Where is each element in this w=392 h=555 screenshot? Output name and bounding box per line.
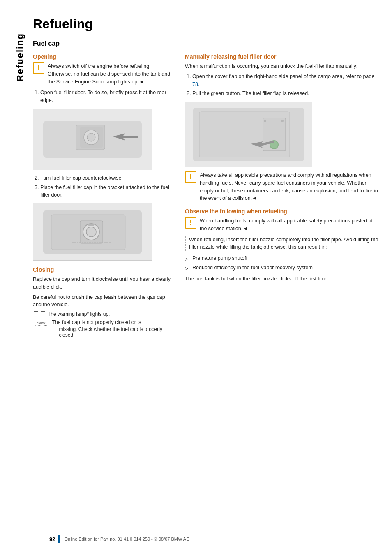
fuel-bracket-image	[33, 203, 152, 261]
warning-lamp-row: The warning lamp* lights up.	[33, 311, 173, 317]
bullet-item-2: Reduced efficiency in the fuel-vapor rec…	[185, 264, 380, 272]
manually-para: When a malfunction is occurring, you can…	[185, 62, 380, 70]
footer-text: Online Edition for Part no. 01 41 0 014 …	[64, 536, 189, 541]
closing-para-1: Replace the cap and turn it clockwise un…	[33, 275, 173, 291]
svg-point-19	[281, 120, 284, 122]
page-container: Refueling Refueling Fuel cap Opening ! A…	[0, 0, 392, 555]
warning-icon-1: !	[33, 62, 44, 74]
col-right: Manually releasing fuel filler door When…	[185, 53, 380, 340]
step-1: Open fuel filler door. To do so, briefly…	[40, 89, 173, 104]
page-number: 92	[49, 536, 55, 542]
warning-lamp-text: The warning lamp* lights up.	[48, 311, 110, 317]
warning-icon-2: !	[185, 171, 196, 183]
footer-bar	[58, 535, 60, 543]
manually-steps: Open the cover flap on the right-hand si…	[185, 73, 380, 97]
bullet-list: Premature pump shutoff Reduced efficienc…	[185, 254, 380, 272]
bullet-item-1: Premature pump shutoff	[185, 254, 380, 262]
opening-steps-2-3: Turn fuel filler cap counterclockwise. P…	[33, 174, 173, 199]
observe-heading: Observe the following when refueling	[185, 208, 380, 215]
gas-cap-text-1: The fuel cap is not properly closed or i…	[52, 319, 173, 326]
manually-step-1: Open the cover flap on the right-hand si…	[192, 73, 380, 88]
step-3: Place the fuel filler cap in the bracket…	[40, 184, 173, 199]
closing-para-2: Be careful not to crush the cap leash be…	[33, 294, 173, 309]
gas-cap-lamp-icon: CHECK GAS CAP	[33, 319, 49, 330]
opening-steps: Open fuel filler door. To do so, briefly…	[33, 89, 173, 104]
dash-3	[53, 332, 56, 332]
fuel-cap-section-title: Fuel cap	[33, 40, 380, 49]
svg-point-18	[264, 120, 266, 122]
manually-heading: Manually releasing fuel filler door	[185, 53, 380, 60]
page-title: Refueling	[33, 16, 380, 32]
warning-text-1: Always switch off the engine before refu…	[48, 62, 173, 86]
gas-cap-text-2: missing. Check whether the fuel cap is p…	[59, 326, 173, 338]
warning-text-3: When handling fuels, comply with all app…	[200, 217, 380, 233]
main-content: Refueling Fuel cap Opening ! Always swit…	[25, 0, 392, 555]
warning-block-3: ! When handling fuels, comply with all a…	[185, 217, 380, 233]
svg-point-10	[86, 227, 96, 237]
filler-door-image	[185, 102, 312, 167]
step-2: Turn fuel filler cap counterclockwise.	[40, 174, 173, 182]
two-col-layout: Opening ! Always switch off the engine b…	[33, 53, 380, 340]
warning-block-1: ! Always switch off the engine before re…	[33, 62, 173, 86]
observe-para: When refueling, insert the filler nozzle…	[189, 236, 380, 252]
dash-1	[34, 311, 38, 312]
gas-cap-text-2-row: missing. Check whether the fuel cap is p…	[52, 326, 173, 338]
col-left: Opening ! Always switch off the engine b…	[33, 53, 173, 340]
sidebar-label: Refueling	[16, 33, 25, 81]
gas-cap-row: CHECK GAS CAP The fuel cap is not proper…	[33, 319, 173, 338]
dash-2	[41, 311, 45, 312]
fuel-door-image	[33, 109, 152, 170]
svg-point-4	[87, 133, 95, 141]
observe-dotted-note: When refueling, insert the filler nozzle…	[185, 236, 380, 252]
sidebar: Refueling	[0, 0, 25, 555]
full-tank-text: The fuel tank is full when the filler no…	[185, 275, 380, 283]
closing-heading: Closing	[33, 266, 173, 273]
manually-step-2: Pull the green button. The fuel filler f…	[192, 90, 380, 97]
page-link-78[interactable]: 78	[192, 81, 198, 87]
warning-text-2: Always take all applicable precautions a…	[200, 171, 380, 202]
warning-block-2: ! Always take all applicable precautions…	[185, 171, 380, 202]
gas-cap-text-block: The fuel cap is not properly closed or i…	[52, 319, 173, 338]
warning-icon-3: !	[185, 217, 196, 229]
opening-heading: Opening	[33, 53, 173, 60]
svg-rect-11	[88, 224, 94, 226]
page-footer: 92 Online Edition for Part no. 01 41 0 0…	[49, 535, 392, 543]
